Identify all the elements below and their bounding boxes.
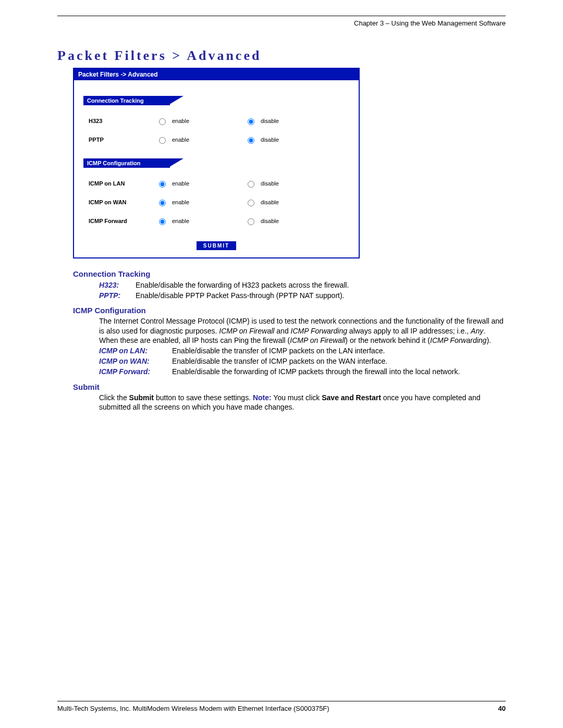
row-pptp: PPTP enable disable — [83, 130, 349, 149]
row-icmp-lan: ICMP on LAN enable disable — [83, 174, 349, 193]
chapter-header: Chapter 3 – Using the Web Management Sof… — [57, 19, 506, 27]
heading-submit: Submit — [73, 382, 506, 392]
icmp-intro-paragraph: The Internet Control Message Protocol (I… — [99, 316, 506, 345]
icmp-lan-enable-radio[interactable] — [159, 181, 166, 188]
page-number: 40 — [498, 705, 506, 712]
pptp-enable-radio[interactable] — [159, 137, 166, 144]
section-icmp-config: ICMP Configuration — [83, 158, 349, 168]
submit-paragraph: Click the Submit button to save these se… — [99, 393, 506, 412]
heading-connection-tracking: Connection Tracking — [73, 269, 506, 279]
icmp-wan-enable-radio[interactable] — [159, 200, 166, 206]
icmp-lan-disable-radio[interactable] — [248, 181, 254, 188]
heading-icmp-config: ICMP Configuration — [73, 305, 506, 316]
row-h323: H323 enable disable — [83, 112, 349, 130]
row-icmp-wan: ICMP on WAN enable disable — [83, 193, 349, 212]
def-icmp-lan: ICMP on LAN: Enable/disable the transfer… — [99, 346, 506, 355]
page-footer: Multi-Tech Systems, Inc. MultiModem Wire… — [57, 701, 506, 712]
section-connection-tracking: Connection Tracking — [83, 96, 349, 105]
icmp-forward-disable-radio[interactable] — [248, 218, 254, 225]
h323-disable-radio[interactable] — [248, 118, 254, 125]
config-panel: Packet Filters -> Advanced Connection Tr… — [73, 68, 360, 258]
submit-button[interactable]: SUBMIT — [197, 241, 236, 250]
def-icmp-forward: ICMP Forward: Enable/disable the forward… — [99, 367, 506, 376]
footer-text: Multi-Tech Systems, Inc. MultiModem Wire… — [57, 705, 329, 712]
h323-enable-radio[interactable] — [159, 118, 166, 125]
def-icmp-wan: ICMP on WAN: Enable/disable the transfer… — [99, 356, 506, 366]
pptp-disable-radio[interactable] — [248, 137, 254, 144]
def-h323: H323: Enable/disable the forwarding of H… — [99, 280, 506, 290]
def-pptp: PPTP: Enable/disable PPTP Packet Pass-th… — [99, 291, 506, 300]
icmp-wan-disable-radio[interactable] — [248, 200, 254, 206]
panel-breadcrumb: Packet Filters -> Advanced — [74, 69, 359, 80]
icmp-forward-enable-radio[interactable] — [159, 218, 166, 225]
page-title: Packet Filters > Advanced — [57, 48, 506, 64]
row-icmp-forward: ICMP Forward enable disable — [83, 212, 349, 230]
documentation-body: Connection Tracking H323: Enable/disable… — [73, 269, 506, 412]
